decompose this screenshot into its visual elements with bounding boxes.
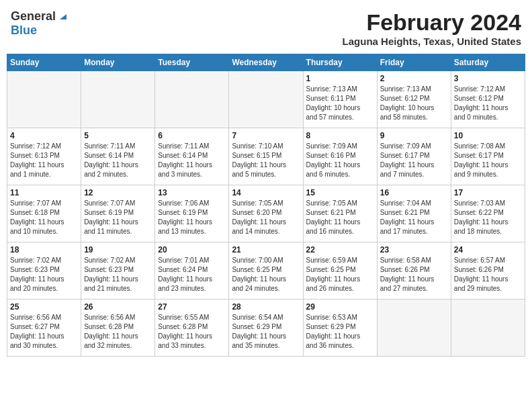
calendar-cell: 3Sunrise: 7:12 AM Sunset: 6:12 PM Daylig… <box>451 71 525 128</box>
day-number: 10 <box>454 131 522 140</box>
day-content: Sunrise: 7:07 AM Sunset: 6:18 PM Dayligh… <box>10 199 78 236</box>
calendar-week-3: 11Sunrise: 7:07 AM Sunset: 6:18 PM Dayli… <box>7 185 525 242</box>
day-number: 7 <box>232 131 300 140</box>
logo-icon <box>57 10 68 24</box>
day-number: 17 <box>454 188 522 197</box>
day-number: 16 <box>380 188 448 197</box>
calendar-cell: 29Sunrise: 6:53 AM Sunset: 6:29 PM Dayli… <box>303 300 377 357</box>
calendar-cell <box>229 71 303 128</box>
calendar-cell: 8Sunrise: 7:09 AM Sunset: 6:16 PM Daylig… <box>303 128 377 185</box>
calendar-cell: 9Sunrise: 7:09 AM Sunset: 6:17 PM Daylig… <box>377 128 451 185</box>
day-number: 25 <box>10 302 78 312</box>
calendar-cell: 11Sunrise: 7:07 AM Sunset: 6:18 PM Dayli… <box>7 185 81 242</box>
day-content: Sunrise: 7:08 AM Sunset: 6:17 PM Dayligh… <box>454 142 522 179</box>
day-number: 28 <box>232 302 300 312</box>
day-number: 27 <box>158 302 226 312</box>
calendar-cell: 17Sunrise: 7:03 AM Sunset: 6:22 PM Dayli… <box>451 185 525 242</box>
day-content: Sunrise: 7:02 AM Sunset: 6:23 PM Dayligh… <box>10 256 78 293</box>
calendar-cell: 22Sunrise: 6:59 AM Sunset: 6:25 PM Dayli… <box>303 242 377 300</box>
day-number: 23 <box>380 245 448 255</box>
day-number: 26 <box>84 302 152 312</box>
calendar-cell: 19Sunrise: 7:02 AM Sunset: 6:23 PM Dayli… <box>81 242 155 300</box>
calendar-cell: 28Sunrise: 6:54 AM Sunset: 6:29 PM Dayli… <box>229 300 303 357</box>
day-content: Sunrise: 6:54 AM Sunset: 6:29 PM Dayligh… <box>232 313 300 351</box>
day-number: 13 <box>158 188 226 197</box>
calendar-cell: 27Sunrise: 6:55 AM Sunset: 6:28 PM Dayli… <box>155 300 229 357</box>
day-content: Sunrise: 7:04 AM Sunset: 6:21 PM Dayligh… <box>380 199 448 236</box>
calendar-cell: 15Sunrise: 7:05 AM Sunset: 6:21 PM Dayli… <box>303 185 377 242</box>
day-content: Sunrise: 7:09 AM Sunset: 6:16 PM Dayligh… <box>306 142 374 179</box>
day-content: Sunrise: 6:55 AM Sunset: 6:28 PM Dayligh… <box>158 313 226 351</box>
calendar-cell: 2Sunrise: 7:13 AM Sunset: 6:12 PM Daylig… <box>377 71 451 128</box>
calendar-cell: 7Sunrise: 7:10 AM Sunset: 6:15 PM Daylig… <box>229 128 303 185</box>
day-number: 9 <box>380 131 448 140</box>
day-content: Sunrise: 7:02 AM Sunset: 6:23 PM Dayligh… <box>84 256 152 293</box>
day-number: 5 <box>84 131 152 140</box>
day-number: 24 <box>454 245 522 255</box>
day-content: Sunrise: 7:05 AM Sunset: 6:21 PM Dayligh… <box>306 199 374 236</box>
calendar-subtitle: Laguna Heights, Texas, United States <box>343 36 521 47</box>
day-content: Sunrise: 7:03 AM Sunset: 6:22 PM Dayligh… <box>454 199 522 236</box>
calendar-cell: 16Sunrise: 7:04 AM Sunset: 6:21 PM Dayli… <box>377 185 451 242</box>
calendar-cell: 4Sunrise: 7:12 AM Sunset: 6:13 PM Daylig… <box>7 128 81 185</box>
calendar-title: February 2024 <box>343 9 521 36</box>
header-friday: Friday <box>377 54 451 71</box>
calendar-cell: 25Sunrise: 6:56 AM Sunset: 6:27 PM Dayli… <box>7 300 81 357</box>
calendar-week-5: 25Sunrise: 6:56 AM Sunset: 6:27 PM Dayli… <box>7 300 525 357</box>
day-number: 2 <box>380 74 448 83</box>
svg-marker-0 <box>60 14 66 19</box>
day-content: Sunrise: 7:13 AM Sunset: 6:11 PM Dayligh… <box>306 85 374 122</box>
calendar-cell: 24Sunrise: 6:57 AM Sunset: 6:26 PM Dayli… <box>451 242 525 300</box>
day-content: Sunrise: 6:56 AM Sunset: 6:27 PM Dayligh… <box>10 313 78 351</box>
day-content: Sunrise: 6:57 AM Sunset: 6:26 PM Dayligh… <box>454 256 522 293</box>
day-number: 19 <box>84 245 152 255</box>
calendar-cell: 13Sunrise: 7:06 AM Sunset: 6:19 PM Dayli… <box>155 185 229 242</box>
calendar-cell: 10Sunrise: 7:08 AM Sunset: 6:17 PM Dayli… <box>451 128 525 185</box>
calendar-cell <box>7 71 81 128</box>
day-content: Sunrise: 7:09 AM Sunset: 6:17 PM Dayligh… <box>380 142 448 179</box>
calendar-week-4: 18Sunrise: 7:02 AM Sunset: 6:23 PM Dayli… <box>7 242 525 300</box>
calendar-cell: 1Sunrise: 7:13 AM Sunset: 6:11 PM Daylig… <box>303 71 377 128</box>
day-content: Sunrise: 6:59 AM Sunset: 6:25 PM Dayligh… <box>306 256 374 293</box>
header-saturday: Saturday <box>451 54 525 71</box>
day-content: Sunrise: 7:10 AM Sunset: 6:15 PM Dayligh… <box>232 142 300 179</box>
header-thursday: Thursday <box>303 54 377 71</box>
day-content: Sunrise: 7:05 AM Sunset: 6:20 PM Dayligh… <box>232 199 300 236</box>
day-number: 22 <box>306 245 374 255</box>
calendar-cell: 18Sunrise: 7:02 AM Sunset: 6:23 PM Dayli… <box>7 242 81 300</box>
calendar-cell <box>155 71 229 128</box>
calendar-cell: 21Sunrise: 7:00 AM Sunset: 6:25 PM Dayli… <box>229 242 303 300</box>
logo-general: General <box>11 9 56 24</box>
day-number: 11 <box>10 188 78 197</box>
header-tuesday: Tuesday <box>155 54 229 71</box>
calendar-cell <box>451 300 525 357</box>
logo-blue: Blue <box>11 24 37 37</box>
day-number: 6 <box>158 131 226 140</box>
day-number: 20 <box>158 245 226 255</box>
day-content: Sunrise: 7:12 AM Sunset: 6:13 PM Dayligh… <box>10 142 78 179</box>
day-content: Sunrise: 7:06 AM Sunset: 6:19 PM Dayligh… <box>158 199 226 236</box>
day-content: Sunrise: 6:53 AM Sunset: 6:29 PM Dayligh… <box>306 313 374 351</box>
day-content: Sunrise: 6:58 AM Sunset: 6:26 PM Dayligh… <box>380 256 448 293</box>
day-content: Sunrise: 7:01 AM Sunset: 6:24 PM Dayligh… <box>158 256 226 293</box>
day-content: Sunrise: 7:13 AM Sunset: 6:12 PM Dayligh… <box>380 85 448 122</box>
logo: General Blue <box>11 9 68 38</box>
day-number: 12 <box>84 188 152 197</box>
calendar-cell: 20Sunrise: 7:01 AM Sunset: 6:24 PM Dayli… <box>155 242 229 300</box>
day-number: 21 <box>232 245 300 255</box>
calendar-week-1: 1Sunrise: 7:13 AM Sunset: 6:11 PM Daylig… <box>7 71 525 128</box>
page-header: General Blue February 2024 Laguna Height… <box>7 7 525 50</box>
day-content: Sunrise: 7:00 AM Sunset: 6:25 PM Dayligh… <box>232 256 300 293</box>
day-number: 3 <box>454 74 522 83</box>
header-monday: Monday <box>81 54 155 71</box>
calendar-cell <box>377 300 451 357</box>
title-block: February 2024 Laguna Heights, Texas, Uni… <box>343 9 521 47</box>
day-content: Sunrise: 7:12 AM Sunset: 6:12 PM Dayligh… <box>454 85 522 122</box>
day-content: Sunrise: 7:07 AM Sunset: 6:19 PM Dayligh… <box>84 199 152 236</box>
day-number: 18 <box>10 245 78 255</box>
calendar-week-2: 4Sunrise: 7:12 AM Sunset: 6:13 PM Daylig… <box>7 128 525 185</box>
calendar-table: SundayMondayTuesdayWednesdayThursdayFrid… <box>7 54 525 357</box>
day-number: 8 <box>306 131 374 140</box>
day-number: 1 <box>306 74 374 83</box>
calendar-cell: 5Sunrise: 7:11 AM Sunset: 6:14 PM Daylig… <box>81 128 155 185</box>
